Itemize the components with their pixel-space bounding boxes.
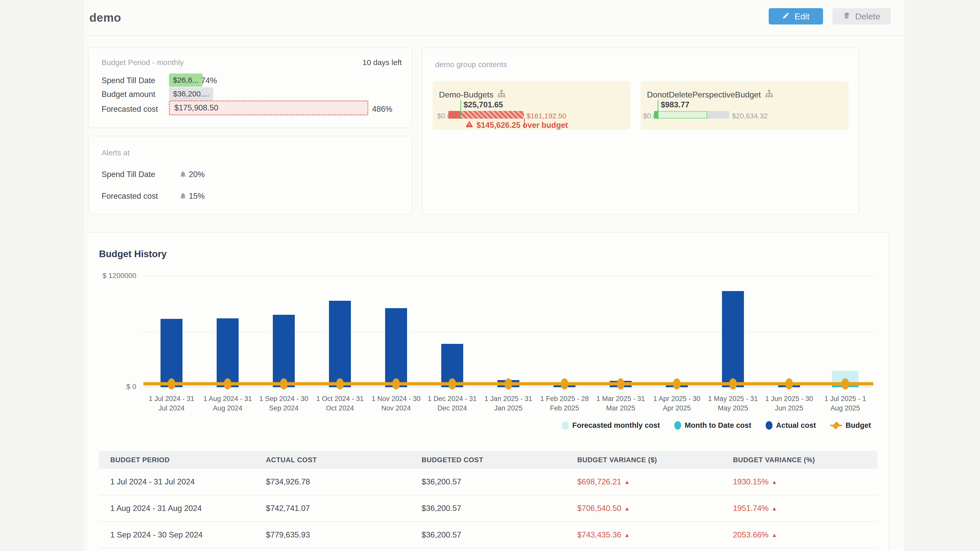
x-axis-label: 1 Apr 2025 - 30 Apr 2025 <box>649 394 705 413</box>
legend-item-forecasted-monthly-cost[interactable]: Forecasted monthly cost <box>562 421 660 430</box>
budget-marker-diamond[interactable] <box>392 378 400 389</box>
budget-marker-diamond[interactable] <box>504 378 512 389</box>
variance-up-triangle-icon: ▲ <box>624 479 630 485</box>
budget-marker-diamond[interactable] <box>842 378 849 389</box>
legend-marker-icon <box>562 421 569 430</box>
legend-label: Month to Date cost <box>685 421 751 430</box>
budget-marker-diamond[interactable] <box>617 378 625 389</box>
edit-button[interactable]: Edit <box>769 8 823 24</box>
org-chart-icon <box>765 89 774 100</box>
variance-up-triangle-icon: ▲ <box>772 506 777 511</box>
table-row[interactable]: 1 Jul 2024 - 31 Jul 2024$734,926.78$36,2… <box>99 469 877 495</box>
page-title: demo <box>89 11 121 24</box>
legend-marker-icon <box>765 421 773 430</box>
legend-label: Forecasted monthly cost <box>573 421 660 430</box>
table-cell: $743,435.36▲ <box>566 530 722 540</box>
table-cell: 1930.15%▲ <box>722 477 877 486</box>
budget-history-card: Budget History $ 1200000 $ 0 1 Jul 2024 … <box>86 232 889 551</box>
budget-amount-chip: $36,200.... <box>169 87 213 100</box>
spend-till-date-percent: 74% <box>201 76 217 85</box>
chart-category-slot <box>817 276 873 387</box>
table-cell: $706,540.50▲ <box>566 504 722 513</box>
budget-marker-diamond[interactable] <box>336 378 344 389</box>
table-row[interactable]: 1 Aug 2024 - 31 Aug 2024$742,741.07$36,2… <box>99 495 877 522</box>
x-axis-label: 1 Mar 2025 - 31 Mar 2025 <box>593 394 649 413</box>
x-axis-label: 1 Dec 2024 - 31 Dec 2024 <box>424 394 480 413</box>
table-row[interactable]: 1 Sep 2024 - 30 Sep 2024$779,635.93$36,2… <box>99 522 877 548</box>
over-budget-text: $145,626.25 over budget <box>476 121 568 130</box>
org-chart-icon <box>497 89 506 100</box>
budget-period-card: Budget Period - monthly 10 days left Spe… <box>88 48 412 128</box>
chart-category-slot <box>705 276 761 387</box>
chart-category-slot <box>593 276 649 387</box>
alert-spend-label: Spend Till Date <box>102 170 155 179</box>
budget-marker-diamond[interactable] <box>168 378 175 389</box>
bell-icon <box>179 192 187 200</box>
over-budget-alert: $145,626.25 over budget <box>465 120 568 130</box>
x-axis-label: 1 May 2025 - 31 May 2025 <box>705 394 761 413</box>
budget-current-amount: $25,701.65 <box>463 100 503 110</box>
variance-up-triangle-icon: ▲ <box>624 532 630 538</box>
actual-cost-bar[interactable] <box>385 308 407 387</box>
page-header: demo Edit Delete <box>84 0 904 36</box>
actual-cost-bar[interactable] <box>161 319 183 387</box>
actual-cost-bar[interactable] <box>273 315 295 387</box>
variance-up-triangle-icon: ▲ <box>772 532 777 538</box>
current-spend-tick <box>658 100 659 119</box>
actual-cost-bar[interactable] <box>217 318 239 387</box>
chart-category-slot <box>256 276 312 387</box>
variance-up-triangle-icon: ▲ <box>624 506 630 511</box>
budget-period-title: Budget Period - monthly <box>102 58 184 67</box>
budget-tile-donotdelete[interactable]: DonotDeletePerspectiveBudget $983.77 $0.… <box>641 81 849 130</box>
current-spend-tick <box>460 100 461 119</box>
chart-category-slot <box>536 276 593 387</box>
chart-category-slot <box>480 276 536 387</box>
x-axis-label: 1 Sep 2024 - 30 Sep 2024 <box>256 394 312 413</box>
budget-current-amount: $983.77 <box>661 100 689 110</box>
budget-marker-diamond[interactable] <box>280 378 288 389</box>
alert-spend-value: 20% <box>189 170 205 179</box>
delete-button[interactable]: Delete <box>832 8 891 24</box>
actual-cost-bar[interactable] <box>329 301 351 387</box>
table-cell: $36,200.57 <box>410 477 566 486</box>
forecasted-cost-box: $175,908.50 <box>169 100 368 115</box>
x-axis-label: 1 Jan 2025 - 31 Jan 2025 <box>480 394 536 413</box>
bar-max-label: $161,192.50 <box>527 112 566 120</box>
delete-button-label: Delete <box>855 11 880 21</box>
chart-legend: Forecasted monthly costMonth to Date cos… <box>562 421 871 430</box>
budget-name[interactable]: DonotDeletePerspectiveBudget <box>647 90 761 100</box>
actual-cost-bar[interactable] <box>722 291 744 387</box>
legend-item-budget[interactable]: Budget <box>830 421 871 430</box>
col-budgeted-cost: BUDGETED COST <box>410 456 566 464</box>
budget-name[interactable]: Demo-Budgets <box>439 90 493 100</box>
spend-till-date-label: Spend Till Date <box>102 76 155 85</box>
legend-label: Actual cost <box>776 421 816 430</box>
budget-marker-diamond[interactable] <box>785 378 793 389</box>
group-contents-card: demo group contents Demo-Budgets $25,701… <box>422 48 859 214</box>
variance-up-triangle-icon: ▲ <box>772 479 777 485</box>
col-budget-variance-percent: BUDGET VARIANCE (%) <box>722 456 877 464</box>
legend-item-actual-cost[interactable]: Actual cost <box>765 421 816 430</box>
budget-progress-bar <box>654 111 729 119</box>
budget-marker-diamond[interactable] <box>729 378 737 389</box>
bar-max-label: $20,634.32 <box>732 112 768 120</box>
legend-item-month-to-date-cost[interactable]: Month to Date cost <box>674 421 751 430</box>
budget-progress-bar <box>449 111 524 119</box>
table-cell: $698,726.21▲ <box>566 477 722 486</box>
budget-marker-diamond[interactable] <box>673 378 681 389</box>
table-cell: 1 Sep 2024 - 30 Sep 2024 <box>99 530 255 540</box>
x-axis-label: 1 Jul 2025 - 1 Aug 2025 <box>817 394 873 413</box>
chart-category-slot <box>649 276 705 387</box>
legend-marker-icon <box>674 421 681 430</box>
table-header-row: BUDGET PERIOD ACTUAL COST BUDGETED COST … <box>99 451 877 469</box>
budget-tile-demo-budgets[interactable]: Demo-Budgets $25,701.65 $0.00 $161,192.5… <box>433 81 630 130</box>
table-cell: $734,926.78 <box>255 477 410 486</box>
table-cell: 1951.74%▲ <box>722 504 877 513</box>
chart-category-slot <box>200 276 256 387</box>
budget-marker-diamond[interactable] <box>449 378 456 389</box>
budget-marker-diamond[interactable] <box>561 378 568 389</box>
legend-marker-icon <box>830 421 842 430</box>
alert-forecast-value: 15% <box>189 192 205 201</box>
col-budget-period: BUDGET PERIOD <box>99 456 255 464</box>
budget-marker-diamond[interactable] <box>224 378 231 389</box>
